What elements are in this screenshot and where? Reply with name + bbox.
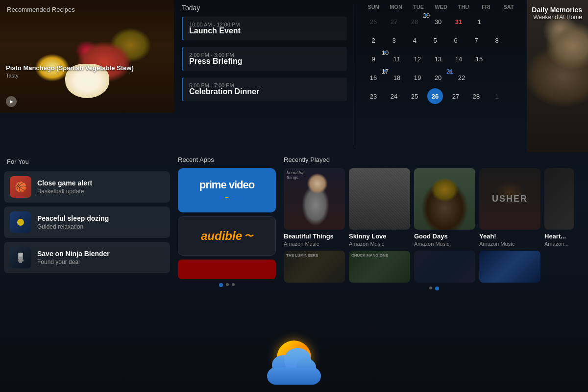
event-item-2[interactable]: 2:00 PM - 3:00 PM Press Briefing — [182, 47, 347, 71]
cal-row-1: 26 27 28 29 30 31 1 — [363, 14, 519, 29]
cal-header: SUN MON TUE WED THU FRI SAT — [363, 4, 519, 10]
event-item-1[interactable]: 10:00 AM - 12:00 PM Launch Event — [182, 17, 347, 40]
apps-music-inner: Recent Apps prime video ⌣ audible 〜 — [178, 156, 584, 294]
memories-panel[interactable]: Daily Memories Weekend At Home — [527, 0, 588, 152]
music-grid-row1: beautifulthings Beautiful Things Amazon … — [284, 168, 584, 247]
music-source-gooddays: Amazon Music — [414, 241, 475, 247]
recipes-panel[interactable]: Recommended Recipes ▶ Pisto Manchego (Sp… — [0, 0, 174, 152]
cal-cell-14[interactable]: 14 — [448, 51, 469, 67]
cal-cell-23[interactable]: 23 — [363, 88, 384, 104]
cal-cell-13[interactable]: 13 — [428, 51, 448, 67]
music-title-heart: Heart... — [544, 233, 574, 240]
gooddays-art — [414, 168, 475, 230]
cal-day-sun: SUN — [363, 4, 384, 10]
cal-row-2: 2 3 4 5 6 7 8 — [363, 32, 519, 48]
music-source-yeah: Amazon Music — [479, 241, 540, 247]
cal-cell-18[interactable]: 18 — [387, 70, 407, 85]
cal-cell-28b[interactable]: 28 — [466, 88, 487, 104]
recent-apps-title: Recent Apps — [178, 156, 276, 163]
cal-cell-26[interactable]: 26 — [363, 14, 384, 29]
cal-cell-27[interactable]: 27 — [384, 14, 404, 29]
audible-text: audible — [201, 229, 242, 243]
music-thumb-chuck[interactable]: CHUCK MANGIONE — [349, 251, 410, 283]
notif-text-basketball: Close game alert Basketball update — [37, 179, 164, 195]
event-details-3: 5:00 PM - 7:00 PM Celebration Dinner — [189, 82, 341, 96]
cal-cell-5[interactable]: 5 — [425, 32, 445, 48]
cal-cell-1b[interactable]: 1 — [487, 88, 507, 104]
cal-day-tue: TUE — [408, 4, 429, 10]
recipe-info: Pisto Manchego (Spanish Vegetable Stew) … — [6, 64, 134, 78]
notification-sleep[interactable]: ♪ ♫ Peaceful sleep dozing Guided relaxat… — [4, 207, 170, 238]
cal-cell-28[interactable]: 28 — [404, 14, 425, 29]
memories-label: Daily Memories Weekend At Home — [532, 6, 582, 21]
for-you-label: For You — [4, 156, 170, 167]
cal-cell-25[interactable]: 25 — [404, 88, 425, 104]
calendar-grid: SUN MON TUE WED THU FRI SAT 26 27 28 29 … — [355, 4, 527, 148]
svg-text:♫: ♫ — [22, 220, 24, 223]
cal-cell-7[interactable]: 7 — [466, 32, 487, 48]
schedule-section: Today 10:00 AM - 12:00 PM Launch Event 2… — [174, 4, 355, 148]
cal-cell-22[interactable]: 22 — [451, 70, 472, 85]
cloud-icon — [262, 363, 326, 385]
cal-cell-4[interactable]: 4 — [404, 32, 425, 48]
audible-card[interactable]: audible 〜 — [178, 216, 276, 256]
cal-cell-30[interactable]: 30 — [428, 14, 448, 29]
cal-cell-1-gray[interactable]: 1 — [469, 14, 490, 29]
music-thumb-gooddays — [414, 168, 475, 230]
cal-cell-today[interactable]: 26 — [427, 88, 443, 104]
audible-wave-icon: 〜 — [244, 230, 253, 242]
notif-subtitle-basketball: Basketball update — [37, 188, 164, 195]
music-card-heart-partial[interactable]: Heart... Amazon... — [544, 168, 574, 247]
notif-subtitle-blender: Found your deal — [37, 259, 164, 265]
cal-cell-9[interactable]: 9 — [363, 51, 384, 67]
recipe-food-visual — [0, 0, 174, 113]
music-card-beautiful[interactable]: beautifulthings Beautiful Things Amazon … — [284, 168, 345, 247]
cal-cell-20[interactable]: 20 — [428, 70, 448, 85]
cal-cell-8[interactable]: 8 — [487, 32, 507, 48]
notif-text-sleep: Peaceful sleep dozing Guided relaxation — [37, 214, 164, 230]
svg-text:♪: ♪ — [17, 222, 19, 226]
cal-cell-24[interactable]: 24 — [384, 88, 404, 104]
music-thumb-yeah: USHER — [479, 168, 540, 230]
basketball-icon: 🏀 — [10, 176, 31, 198]
music-card-yeah[interactable]: USHER Yeah! Amazon Music — [479, 168, 540, 247]
red-bar-card[interactable] — [178, 260, 276, 279]
cal-cell-11[interactable]: 11 — [387, 51, 407, 67]
middle-section: For You 🏀 Close game alert Basketball up… — [0, 152, 588, 294]
recipe-source: Tasty — [6, 73, 134, 78]
prime-video-card[interactable]: prime video ⌣ — [178, 168, 276, 212]
cal-cell-16[interactable]: 16 — [363, 70, 384, 85]
cal-cell-6[interactable]: 6 — [445, 32, 466, 48]
cal-cell-31[interactable]: 31 — [448, 14, 469, 29]
cal-day-mon: MON — [386, 4, 406, 10]
notification-blender[interactable]: Save on Ninja Blender Found your deal — [4, 242, 170, 273]
notif-title-basketball: Close game alert — [37, 179, 164, 187]
apps-dot-1 — [219, 283, 223, 287]
svg-rect-5 — [18, 260, 24, 261]
music-grid-row2: THE LUMINEERS CHUCK MANGIONE — [284, 251, 584, 283]
event-name-3: Celebration Dinner — [189, 87, 341, 96]
cal-cell-12[interactable]: 12 — [407, 51, 428, 67]
schedule-title: Today — [182, 4, 347, 12]
event-item-3[interactable]: 5:00 PM - 7:00 PM Celebration Dinner — [182, 78, 347, 101]
recipe-image: ▶ Pisto Manchego (Spanish Vegetable Stew… — [0, 0, 174, 113]
music-thumb-blue[interactable] — [479, 251, 540, 283]
music-thumb-amazon2[interactable] — [414, 251, 475, 283]
cal-cell-3[interactable]: 3 — [384, 32, 404, 48]
cal-day-fri: FRI — [476, 4, 496, 10]
music-thumb-lumineers[interactable]: THE LUMINEERS — [284, 251, 345, 283]
music-title-yeah: Yeah! — [479, 233, 540, 240]
notification-basketball[interactable]: 🏀 Close game alert Basketball update — [4, 171, 170, 203]
music-card-gooddays[interactable]: Good Days Amazon Music — [414, 168, 475, 247]
cal-cell-27b[interactable]: 27 — [445, 88, 466, 104]
cloud-main — [267, 367, 321, 385]
music-card-skinny[interactable]: Skinny Love Amazon Music — [349, 168, 410, 247]
play-button[interactable]: ▶ — [6, 96, 17, 107]
cal-cell-15[interactable]: 15 — [469, 51, 490, 67]
cal-cell-19[interactable]: 19 — [407, 70, 428, 85]
music-thumb-beautiful: beautifulthings — [284, 168, 345, 230]
memories-subtitle: Weekend At Home — [532, 14, 582, 21]
music-dot-1 — [429, 287, 432, 289]
sleep-icon: ♪ ♫ — [10, 211, 31, 233]
cal-cell-2[interactable]: 2 — [363, 32, 384, 48]
